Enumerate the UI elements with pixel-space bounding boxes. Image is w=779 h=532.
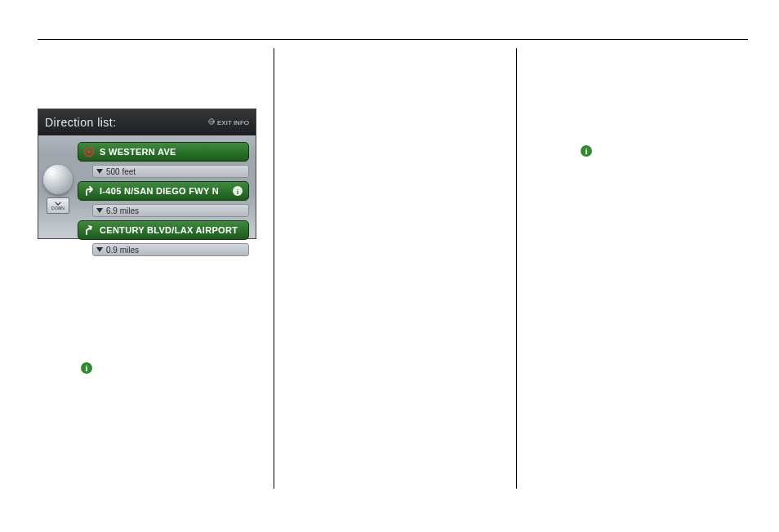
screenshot-body: DOWN S WESTERN AVE 500 feet	[38, 135, 256, 240]
distance-text: 0.9 miles	[106, 246, 248, 255]
distance-text: 6.9 miles	[106, 206, 248, 215]
street-pill-origin[interactable]: S WESTERN AVE	[78, 142, 249, 162]
street-pill-exit[interactable]: CENTURY BLVD/LAX AIRPORT	[78, 220, 249, 240]
exit-info-label: EXIT INFO	[217, 119, 249, 126]
direction-list-title: Direction list:	[45, 116, 117, 129]
info-icon: i	[81, 362, 92, 374]
top-rule	[38, 39, 748, 40]
distance-row: 500 feet	[92, 165, 249, 178]
list-item: CENTURY BLVD/LAX AIRPORT	[78, 220, 249, 240]
down-triangle-icon	[93, 208, 106, 213]
direction-list-screenshot: Direction list: EXIT INFO DOWN	[38, 109, 256, 239]
down-label: DOWN	[51, 206, 65, 211]
down-triangle-icon	[93, 169, 106, 174]
down-button[interactable]: DOWN	[47, 197, 69, 214]
info-icon: i	[581, 145, 592, 157]
column-divider-2	[516, 48, 517, 489]
turn-right-icon	[83, 185, 95, 197]
down-triangle-icon	[93, 247, 106, 252]
distance-text: 500 feet	[106, 167, 248, 176]
street-label: I-405 N/SAN DIEGO FWY N	[100, 186, 227, 196]
turn-right-up-icon	[83, 224, 95, 236]
info-icon[interactable]: i	[232, 185, 243, 197]
list-item: S WESTERN AVE	[78, 142, 249, 162]
chevron-down-icon	[55, 202, 61, 206]
list-item: I-405 N/SAN DIEGO FWY N i	[78, 181, 249, 201]
distance-row: 0.9 miles	[92, 243, 249, 256]
svg-point-1	[87, 150, 91, 153]
page: Direction list: EXIT INFO DOWN	[0, 0, 779, 532]
screenshot-header: Direction list: EXIT INFO	[38, 109, 256, 135]
street-pill-highway[interactable]: I-405 N/SAN DIEGO FWY N i	[78, 181, 249, 201]
exit-info-button[interactable]: EXIT INFO	[208, 118, 249, 126]
column-divider-1	[274, 48, 274, 489]
exit-info-icon	[208, 118, 215, 126]
street-label: CENTURY BLVD/LAX AIRPORT	[100, 225, 243, 235]
rotary-knob[interactable]	[43, 165, 73, 194]
distance-row: 6.9 miles	[92, 204, 249, 217]
knob-cluster: DOWN	[43, 165, 73, 222]
street-label: S WESTERN AVE	[100, 147, 243, 157]
origin-dot-icon	[83, 146, 95, 157]
